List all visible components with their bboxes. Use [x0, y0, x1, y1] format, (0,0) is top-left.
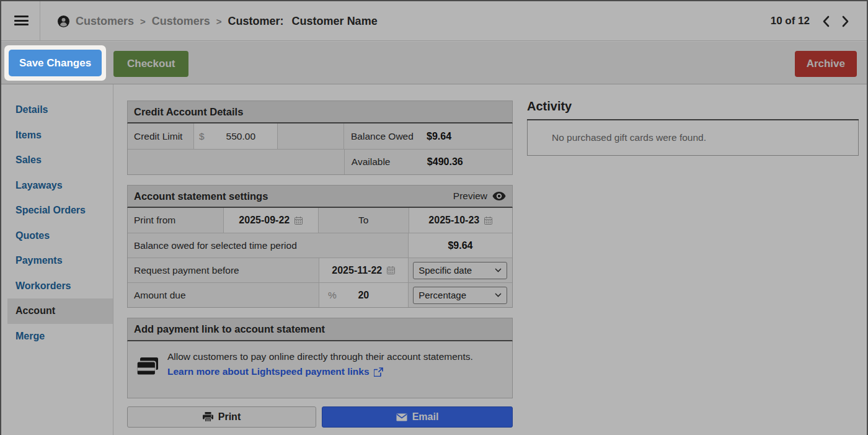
checkout-button[interactable]: Checkout: [113, 51, 188, 77]
activity-empty-state: No purchased gift cards were found.: [527, 120, 859, 156]
credit-limit-input[interactable]: $ 550.00: [194, 123, 278, 149]
sidebar: Details Items Sales Layaways Special Ord…: [1, 84, 113, 435]
panel-title: Account statement settings: [134, 191, 268, 202]
to-date-input[interactable]: 2025-10-23: [409, 208, 512, 233]
credit-card-icon: [136, 357, 159, 379]
sidebar-item-special-orders[interactable]: Special Orders: [1, 198, 113, 223]
app-window: Customers > Customers > Customer: Custom…: [0, 0, 868, 435]
payment-link-header: Add payment link to account statement: [127, 318, 513, 341]
sidebar-item-merge[interactable]: Merge: [1, 324, 113, 349]
preview-button[interactable]: Preview: [453, 191, 506, 202]
credit-limit-label: Credit Limit: [128, 123, 194, 149]
printer-icon: [203, 412, 213, 422]
sidebar-item-details[interactable]: Details: [1, 97, 113, 123]
sidebar-item-account[interactable]: Account: [7, 298, 113, 324]
preview-label: Preview: [453, 191, 487, 202]
percent-symbol: %: [328, 290, 337, 301]
panel-title: Add payment link to account statement: [134, 323, 325, 335]
payment-link-learn-more[interactable]: Learn more about Lightspeed payment link…: [167, 366, 512, 377]
pager-count: 10 of 12: [771, 15, 810, 27]
sidebar-item-workorders[interactable]: Workorders: [1, 274, 113, 299]
calendar-icon: [484, 217, 492, 225]
save-button[interactable]: Save Changes: [9, 50, 102, 76]
print-button[interactable]: Print: [127, 406, 316, 428]
breadcrumb-separator: >: [140, 16, 146, 27]
amount-due-value: 20: [358, 290, 369, 301]
print-from-date-value: 2025-09-22: [239, 215, 290, 226]
statement-actions: Print Email: [127, 406, 513, 428]
amount-due-input[interactable]: % 20: [319, 283, 409, 307]
activity-title: Activity: [527, 99, 859, 120]
amount-due-mode-select[interactable]: Percentage: [413, 287, 507, 304]
available-value: $490.36: [427, 156, 463, 168]
email-button[interactable]: Email: [322, 406, 513, 428]
payment-link-description: Allow customers to pay online directly t…: [167, 341, 477, 364]
record-pager: 10 of 12: [771, 1, 849, 41]
statement-settings-header: Account statement settings Preview: [127, 185, 513, 208]
request-payment-mode-value: Specific date: [418, 265, 472, 276]
credit-account-panel-header: Credit Account Details: [127, 101, 513, 123]
calendar-icon: [387, 266, 395, 274]
breadcrumb-separator: >: [216, 16, 222, 27]
panel-title: Credit Account Details: [134, 106, 243, 118]
to-date-value: 2025-10-23: [428, 215, 479, 226]
topbar-divider: [40, 1, 40, 40]
chevron-down-icon: [495, 293, 502, 297]
save-button-highlight: Save Changes: [4, 45, 106, 81]
breadcrumb-current-value: Customer Name: [292, 15, 378, 28]
balance-owed-value: $9.64: [427, 131, 451, 142]
balance-owed-label: Balance Owed: [351, 131, 427, 142]
request-payment-date-value: 2025-11-22: [332, 265, 382, 276]
breadcrumb-current-label: Customer:: [228, 15, 284, 28]
print-from-label: Print from: [128, 208, 223, 233]
credit-limit-value: 550.00: [205, 131, 277, 142]
sidebar-item-payments[interactable]: Payments: [1, 248, 113, 274]
amount-due-label: Amount due: [128, 283, 319, 307]
breadcrumb: Customers > Customers > Customer: Custom…: [58, 1, 378, 41]
activity-section: Activity No purchased gift cards were fo…: [527, 84, 859, 156]
to-label: To: [319, 208, 409, 233]
chevron-down-icon: [495, 268, 502, 272]
request-payment-date-input[interactable]: 2025-11-22: [319, 258, 409, 282]
balance-period-label: Balance owed for selected time period: [128, 233, 408, 258]
main-content: Credit Account Details Credit Limit $ 55…: [127, 84, 513, 428]
request-payment-mode-select[interactable]: Specific date: [413, 262, 507, 279]
sidebar-item-items[interactable]: Items: [1, 123, 113, 148]
breadcrumb-customers-2[interactable]: Customers: [152, 15, 210, 28]
chevron-right-icon[interactable]: [842, 16, 849, 27]
currency-symbol: $: [194, 131, 205, 142]
statement-settings-panel: Account statement settings Preview Print…: [127, 185, 513, 308]
calendar-icon: [294, 217, 303, 225]
chevron-left-icon[interactable]: [822, 16, 830, 27]
user-icon: [58, 16, 69, 27]
email-icon: [396, 413, 407, 421]
credit-account-panel: Credit Account Details Credit Limit $ 55…: [127, 101, 513, 175]
hamburger-icon[interactable]: [14, 16, 29, 28]
eye-icon: [492, 192, 506, 200]
top-bar: Customers > Customers > Customer: Custom…: [1, 1, 867, 41]
balance-period-value: $9.64: [448, 240, 472, 251]
payment-link-panel: Add payment link to account statement Al…: [127, 318, 513, 398]
available-label: Available: [352, 156, 427, 168]
sidebar-item-quotes[interactable]: Quotes: [1, 223, 113, 249]
sidebar-item-sales[interactable]: Sales: [1, 148, 113, 173]
amount-due-mode-value: Percentage: [418, 290, 466, 300]
activity-empty-message: No purchased gift cards were found.: [552, 132, 706, 143]
print-from-date-input[interactable]: 2025-09-22: [223, 208, 319, 233]
breadcrumb-customers-1[interactable]: Customers: [76, 15, 134, 28]
external-link-icon: [374, 367, 383, 377]
archive-button[interactable]: Archive: [795, 51, 857, 77]
sidebar-item-layaways[interactable]: Layaways: [1, 173, 113, 199]
action-bar: Checkout Archive: [1, 42, 867, 84]
request-payment-label: Request payment before: [128, 258, 319, 282]
